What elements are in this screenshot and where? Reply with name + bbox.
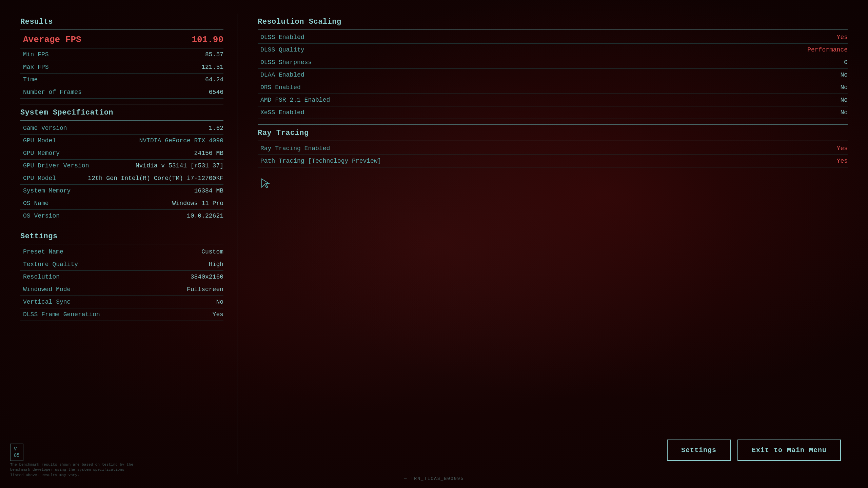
texture-quality-label: Texture Quality [23, 261, 78, 268]
left-panel: Results Average FPS 101.90 Min FPS 85.57… [20, 14, 237, 474]
preset-name-row: Preset Name Custom [20, 246, 223, 258]
texture-quality-row: Texture Quality High [20, 258, 223, 271]
vsync-row: Vertical Sync No [20, 296, 223, 308]
dlaa-enabled-value: No [840, 72, 848, 78]
bottom-text: — TRN_TLCAS_B00095 [404, 476, 464, 481]
xess-enabled-label: XeSS Enabled [260, 109, 304, 116]
time-label: Time [23, 76, 38, 83]
dlss-sharpness-row: DLSS Sharpness 0 [258, 56, 848, 69]
os-name-value: Windows 11 Pro [172, 200, 223, 207]
min-fps-row: Min FPS 85.57 [20, 48, 223, 61]
gpu-memory-value: 24156 MB [194, 150, 223, 157]
texture-quality-value: High [209, 261, 223, 268]
dlaa-enabled-row: DLAA Enabled No [258, 69, 848, 81]
main-container: Results Average FPS 101.90 Min FPS 85.57… [20, 14, 848, 474]
os-name-row: OS Name Windows 11 Pro [20, 197, 223, 210]
system-memory-row: System Memory 16384 MB [20, 185, 223, 197]
os-name-label: OS Name [23, 200, 49, 207]
ray-tracing-header: Ray Tracing [258, 124, 848, 141]
avg-fps-row: Average FPS 101.90 [20, 31, 223, 48]
vsync-value: No [216, 299, 223, 305]
gpu-model-value: NVIDIA GeForce RTX 4090 [139, 137, 223, 144]
dlss-enabled-label: DLSS Enabled [260, 34, 304, 41]
path-tracing-value: Yes [837, 158, 848, 164]
avg-fps-value: 101.90 [192, 35, 223, 45]
dlss-enabled-value: Yes [837, 34, 848, 41]
ray-tracing-enabled-row: Ray Tracing Enabled Yes [258, 142, 848, 155]
resolution-label: Resolution [23, 273, 60, 280]
version-disclaimer: The benchmark results shown are based on… [10, 462, 139, 478]
gpu-model-label: GPU Model [23, 137, 56, 144]
max-fps-row: Max FPS 121.51 [20, 61, 223, 74]
dlss-sharpness-value: 0 [844, 59, 848, 66]
frames-label: Number of Frames [23, 89, 82, 96]
cursor-indicator [260, 178, 848, 190]
time-row: Time 64.24 [20, 74, 223, 86]
results-header: Results [20, 14, 223, 30]
settings-button[interactable]: Settings [667, 440, 731, 461]
amd-fsr-label: AMD FSR 2.1 Enabled [260, 97, 330, 103]
dlss-quality-value: Performance [807, 46, 848, 53]
version-label: V85 [14, 446, 20, 458]
game-version-value: 1.62 [209, 125, 223, 131]
resolution-value: 3840x2160 [191, 273, 223, 280]
frames-value: 6546 [209, 89, 223, 96]
xess-enabled-value: No [840, 109, 848, 116]
dlss-fg-label: DLSS Frame Generation [23, 311, 100, 318]
bottom-bar: — TRN_TLCAS_B00095 [0, 476, 868, 481]
path-tracing-label: Path Tracing [Technology Preview] [260, 158, 381, 164]
dlaa-enabled-label: DLAA Enabled [260, 72, 304, 78]
gpu-memory-row: GPU Memory 24156 MB [20, 147, 223, 160]
cpu-model-value: 12th Gen Intel(R) Core(TM) i7-12700KF [88, 175, 223, 182]
dlss-fg-value: Yes [213, 311, 223, 318]
preset-name-label: Preset Name [23, 248, 63, 255]
resolution-row: Resolution 3840x2160 [20, 271, 223, 283]
exit-to-main-menu-button[interactable]: Exit to Main Menu [737, 440, 841, 461]
dlss-quality-label: DLSS Quality [260, 46, 304, 53]
gpu-memory-label: GPU Memory [23, 150, 60, 157]
xess-enabled-row: XeSS Enabled No [258, 106, 848, 119]
drs-enabled-row: DRS Enabled No [258, 81, 848, 94]
gpu-driver-row: GPU Driver Version Nvidia v 53141 [r531_… [20, 160, 223, 172]
os-version-label: OS Version [23, 212, 60, 219]
settings-header: Settings [20, 228, 223, 244]
dlss-quality-row: DLSS Quality Performance [258, 44, 848, 56]
windowed-mode-value: Fullscreen [187, 286, 223, 293]
ray-tracing-enabled-label: Ray Tracing Enabled [260, 145, 330, 152]
os-version-row: OS Version 10.0.22621 [20, 210, 223, 222]
drs-enabled-value: No [840, 84, 848, 91]
path-tracing-row: Path Tracing [Technology Preview] Yes [258, 155, 848, 167]
min-fps-value: 85.57 [205, 51, 223, 58]
avg-fps-label: Average FPS [23, 35, 81, 45]
version-box: V85 [10, 444, 23, 461]
gpu-driver-value: Nvidia v 53141 [r531_37] [136, 162, 223, 169]
cpu-model-row: CPU Model 12th Gen Intel(R) Core(TM) i7-… [20, 172, 223, 185]
buttons-container: Settings Exit to Main Menu [667, 440, 841, 461]
time-value: 64.24 [205, 76, 223, 83]
gpu-model-row: GPU Model NVIDIA GeForce RTX 4090 [20, 135, 223, 147]
windowed-mode-row: Windowed Mode Fullscreen [20, 283, 223, 296]
system-memory-label: System Memory [23, 187, 71, 194]
game-version-row: Game Version 1.62 [20, 122, 223, 135]
dlss-enabled-row: DLSS Enabled Yes [258, 31, 848, 44]
right-panel: Resolution Scaling DLSS Enabled Yes DLSS… [258, 14, 848, 474]
cpu-model-label: CPU Model [23, 175, 56, 182]
ray-tracing-enabled-value: Yes [837, 145, 848, 152]
max-fps-value: 121.51 [201, 64, 223, 70]
min-fps-label: Min FPS [23, 51, 49, 58]
gpu-driver-label: GPU Driver Version [23, 162, 89, 169]
max-fps-label: Max FPS [23, 64, 49, 70]
svg-marker-0 [262, 179, 269, 188]
system-memory-value: 16384 MB [194, 187, 223, 194]
system-spec-header: System Specification [20, 104, 223, 121]
dlss-fg-row: DLSS Frame Generation Yes [20, 308, 223, 321]
os-version-value: 10.0.22621 [187, 212, 223, 219]
windowed-mode-label: Windowed Mode [23, 286, 71, 293]
game-version-label: Game Version [23, 125, 67, 131]
version-badge: V85 The benchmark results shown are base… [10, 444, 139, 478]
amd-fsr-row: AMD FSR 2.1 Enabled No [258, 94, 848, 106]
preset-name-value: Custom [201, 248, 223, 255]
drs-enabled-label: DRS Enabled [260, 84, 301, 91]
vsync-label: Vertical Sync [23, 299, 71, 305]
resolution-scaling-header: Resolution Scaling [258, 14, 848, 30]
